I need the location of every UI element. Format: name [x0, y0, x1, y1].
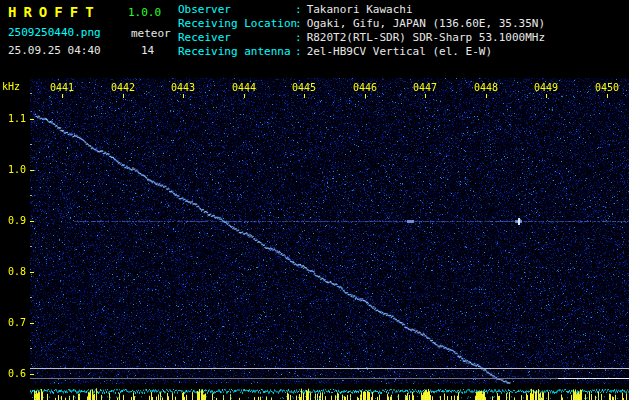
- echo-count: 14: [141, 44, 154, 57]
- hrofft-window: HROFFT 1.0.0 2509250440.png meteor 25.09…: [0, 0, 629, 400]
- info-row-antenna: Receiving antenna : 2el-HB9CV Vertical (…: [178, 45, 545, 59]
- x-tick-0442: 0442: [110, 82, 136, 93]
- x-tick-0443: 0443: [170, 82, 196, 93]
- y-tick-1.1: 1.1: [2, 113, 26, 124]
- location-label: Receiving Location: [178, 17, 295, 31]
- y-axis-unit: kHz: [2, 81, 20, 92]
- separator: :: [295, 3, 302, 17]
- output-filename: 2509250440.png: [8, 26, 101, 39]
- antenna-label: Receiving antenna: [178, 45, 295, 59]
- info-row-observer: Observer : Takanori Kawachi: [178, 3, 545, 17]
- info-row-receiver: Receiver : R820T2(RTL-SDR) SDR-Sharp 53.…: [178, 31, 545, 45]
- capture-datetime: 25.09.25 04:40: [8, 44, 101, 57]
- y-tick-1.0: 1.0: [2, 164, 26, 175]
- x-tick-0446: 0446: [352, 82, 378, 93]
- station-info: Observer : Takanori Kawachi Receiving Lo…: [178, 3, 545, 59]
- x-tick-0448: 0448: [473, 82, 499, 93]
- x-tick-0449: 0449: [533, 82, 559, 93]
- y-tick-0.7: 0.7: [2, 317, 26, 328]
- separator: :: [295, 31, 302, 45]
- location-value: Ogaki, Gifu, JAPAN (136.60E, 35.35N): [307, 17, 545, 31]
- receiver-label: Receiver: [178, 31, 295, 45]
- receiver-value: R820T2(RTL-SDR) SDR-Sharp 53.1000MHz: [307, 31, 545, 45]
- separator: :: [295, 17, 302, 31]
- y-tick-0.6: 0.6: [2, 368, 26, 379]
- app-version: 1.0.0: [128, 6, 161, 19]
- app-title: HROFFT: [8, 4, 101, 20]
- y-tick-0.9: 0.9: [2, 215, 26, 226]
- observer-label: Observer: [178, 3, 295, 17]
- observer-value: Takanori Kawachi: [307, 3, 413, 17]
- separator: :: [295, 45, 302, 59]
- x-tick-0445: 0445: [291, 82, 317, 93]
- info-row-location: Receiving Location : Ogaki, Gifu, JAPAN …: [178, 17, 545, 31]
- x-tick-0450: 0450: [594, 82, 620, 93]
- spectrogram-canvas: [0, 76, 629, 400]
- mode-label: meteor: [131, 27, 171, 40]
- antenna-value: 2el-HB9CV Vertical (el. E-W): [307, 45, 492, 59]
- x-tick-0444: 0444: [231, 82, 257, 93]
- x-tick-0441: 0441: [49, 82, 75, 93]
- x-tick-0447: 0447: [412, 82, 438, 93]
- y-tick-0.8: 0.8: [2, 266, 26, 277]
